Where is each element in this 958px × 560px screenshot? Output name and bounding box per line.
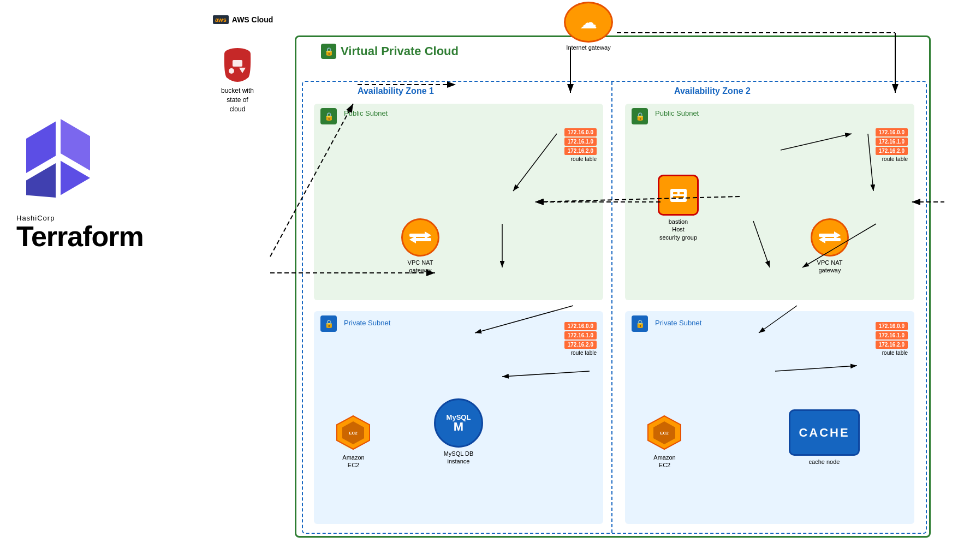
terraform-logo: HashiCorp Terraform xyxy=(16,109,144,251)
az2-private-route-table: 172.16.0.0 172.16.1.0 172.16.2.0 route t… xyxy=(876,322,908,356)
az1-prt-row-3: 172.16.2.0 xyxy=(564,341,597,349)
svg-rect-8 xyxy=(409,234,426,237)
az2-rt-label: route table xyxy=(876,156,908,162)
svg-rect-10 xyxy=(415,238,431,241)
az2-public-subnet: 🔒 Public Subnet 172.16.0.0 172.16.1.0 17… xyxy=(625,104,914,300)
terraform-label: Terraform xyxy=(16,222,144,251)
svg-marker-1 xyxy=(61,119,90,171)
az1-rt-row-1: 172.16.0.0 xyxy=(564,128,597,136)
vpc-lock-icon: 🔒 xyxy=(321,44,336,59)
az1-private-route-table: 172.16.0.0 172.16.1.0 172.16.2.0 route t… xyxy=(564,322,597,356)
az2-nat-gateway: VPC NATgateway xyxy=(811,218,849,275)
svg-text:EC2: EC2 xyxy=(660,431,669,436)
vpc-label: 🔒 Virtual Private Cloud xyxy=(321,44,459,59)
az1-prt-row-1: 172.16.0.0 xyxy=(564,322,597,330)
svg-marker-0 xyxy=(26,122,56,174)
svg-point-6 xyxy=(229,68,234,74)
internet-gateway: ☁ Internet gateway xyxy=(564,2,613,51)
az2-public-label: Public Subnet xyxy=(655,109,699,117)
vpc-container: 🔒 Virtual Private Cloud ☁ Internet gatew… xyxy=(295,35,931,538)
mysql-db-icon: MySQL M xyxy=(434,398,483,448)
s3-bucket: bucket withstate ofcloud xyxy=(213,44,262,114)
az2-ec2: EC2 AmazonEC2 xyxy=(647,415,682,469)
az2-prt-row-1: 172.16.0.0 xyxy=(876,322,908,330)
mysql-label-m: M xyxy=(454,421,463,433)
aws-cloud-label: aws AWS Cloud xyxy=(213,15,273,24)
bastion-host: bastionHostsecurity group xyxy=(658,175,699,241)
az2-prt-label: route table xyxy=(876,350,908,356)
az1-public-subnet: 🔒 Public Subnet 172.16.0.0 172.16.1.0 17… xyxy=(314,104,603,300)
bastion-host-icon xyxy=(658,175,699,216)
az1-public-route-table: 172.16.0.0 172.16.1.0 172.16.2.0 route t… xyxy=(564,128,597,162)
svg-rect-12 xyxy=(670,189,687,202)
architecture-diagram: aws AWS Cloud bucket withstate ofcloud 🔒… xyxy=(142,5,944,546)
az1-rt-row-2: 172.16.1.0 xyxy=(564,138,597,146)
bastion-host-label: bastionHostsecurity group xyxy=(658,218,699,241)
s3-bucket-icon xyxy=(218,44,257,82)
az2-private-lock-icon: 🔒 xyxy=(632,315,648,332)
cache-node: CACHE cache node xyxy=(789,409,860,466)
az2-nat-icon xyxy=(811,218,849,257)
svg-rect-13 xyxy=(673,192,677,194)
svg-marker-17 xyxy=(834,231,841,239)
az2-private-subnet: 🔒 Private Subnet 172.16.0.0 172.16.1.0 1… xyxy=(625,311,914,524)
az2-rt-row-3: 172.16.2.0 xyxy=(876,147,908,155)
svg-rect-18 xyxy=(824,238,841,241)
az1-public-label: Public Subnet xyxy=(344,109,388,117)
svg-rect-5 xyxy=(233,60,242,67)
mysql-db-label: MySQL DBinstance xyxy=(434,450,483,466)
az1-rt-label: route table xyxy=(564,156,597,162)
vpc-title: Virtual Private Cloud xyxy=(341,44,459,58)
az1-nat-label: VPC NATgateway xyxy=(401,259,439,275)
cache-node-label: cache node xyxy=(789,458,860,466)
az2-nat-arrows-icon xyxy=(819,229,841,246)
az2-prt-row-2: 172.16.1.0 xyxy=(876,331,908,339)
az1-ec2: EC2 AmazonEC2 xyxy=(336,415,371,469)
az1-label: Availability Zone 1 xyxy=(358,86,434,96)
az2-rt-row-1: 172.16.0.0 xyxy=(876,128,908,136)
az1-private-subnet: 🔒 Private Subnet 172.16.0.0 172.16.1.0 1… xyxy=(314,311,603,524)
az1-prt-label: route table xyxy=(564,350,597,356)
terraform-diamond-icon xyxy=(16,109,115,207)
az2-nat-label: VPC NATgateway xyxy=(811,259,849,275)
az2-public-lock-icon: 🔒 xyxy=(632,108,648,124)
svg-marker-19 xyxy=(819,236,825,243)
az1-prt-row-2: 172.16.1.0 xyxy=(564,331,597,339)
az1-private-label: Private Subnet xyxy=(344,319,390,327)
az1-public-lock-icon: 🔒 xyxy=(320,108,337,124)
cache-node-icon: CACHE xyxy=(789,409,860,456)
svg-marker-9 xyxy=(425,231,431,239)
svg-rect-15 xyxy=(673,196,684,198)
az1-nat-gateway: VPC NATgateway xyxy=(401,218,439,275)
az1-nat-icon xyxy=(401,218,439,257)
az1-ec2-icon: EC2 xyxy=(336,415,371,450)
terraform-brand: HashiCorp Terraform xyxy=(16,214,144,251)
aws-badge: aws xyxy=(213,15,229,24)
az2-label: Availability Zone 2 xyxy=(674,86,751,96)
az-container: Availability Zone 1 Availability Zone 2 … xyxy=(302,81,927,534)
s3-label: bucket withstate ofcloud xyxy=(213,86,262,114)
internet-gateway-icon: ☁ xyxy=(564,2,613,43)
internet-gateway-label: Internet gateway xyxy=(564,44,613,51)
az1-private-lock-icon: 🔒 xyxy=(320,315,337,332)
nat-arrows-icon xyxy=(409,229,431,246)
aws-cloud-text: AWS Cloud xyxy=(232,15,273,24)
bastion-server-icon xyxy=(668,184,689,206)
svg-rect-14 xyxy=(680,192,684,194)
az1-rt-row-3: 172.16.2.0 xyxy=(564,147,597,155)
svg-marker-11 xyxy=(409,236,416,243)
az2-prt-row-3: 172.16.2.0 xyxy=(876,341,908,349)
az2-rt-row-2: 172.16.1.0 xyxy=(876,138,908,146)
az1-ec2-label: AmazonEC2 xyxy=(336,454,371,469)
az2-public-route-table: 172.16.0.0 172.16.1.0 172.16.2.0 route t… xyxy=(876,128,908,162)
mysql-db: MySQL M MySQL DBinstance xyxy=(434,398,483,466)
svg-text:EC2: EC2 xyxy=(349,431,358,436)
az-divider xyxy=(611,82,612,533)
az2-ec2-label: AmazonEC2 xyxy=(647,454,682,469)
az2-ec2-icon: EC2 xyxy=(647,415,682,450)
svg-rect-16 xyxy=(819,234,835,237)
az2-private-label: Private Subnet xyxy=(655,319,701,327)
